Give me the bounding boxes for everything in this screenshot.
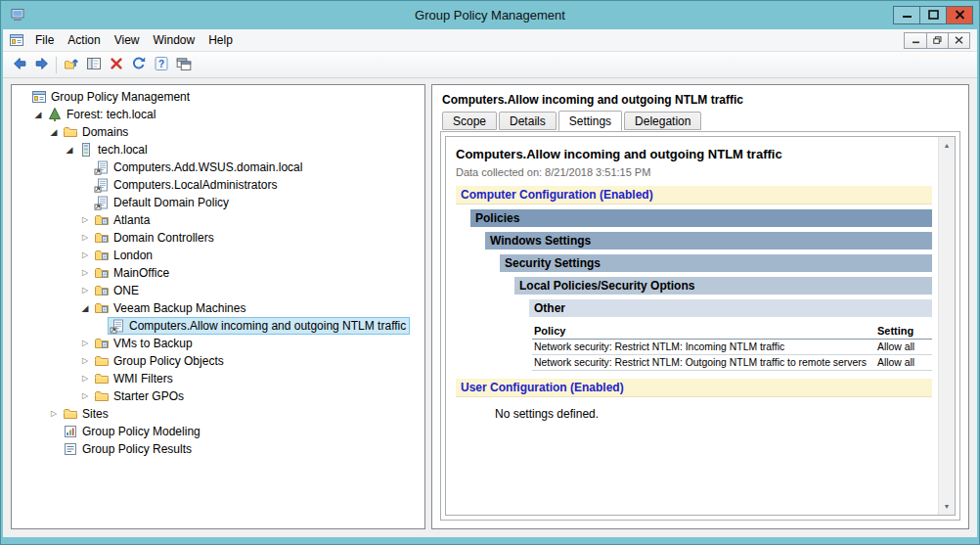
- tree-item[interactable]: Group Policy Results: [12, 440, 424, 458]
- tree-item[interactable]: Computers.LocalAdministrators: [12, 176, 424, 194]
- tree-item-content[interactable]: MainOffice: [92, 264, 173, 282]
- tree-item-content[interactable]: London: [92, 247, 156, 264]
- details-pane: Computers.Allow incoming and outgoing NT…: [431, 84, 969, 529]
- report-level-header[interactable]: Policies: [470, 209, 932, 227]
- tree-item[interactable]: ◢Forest: tech.local: [12, 106, 424, 123]
- tab-details[interactable]: Details: [499, 112, 557, 130]
- report-scrollbar[interactable]: ▲ ▼: [938, 137, 955, 515]
- tree-item[interactable]: ▷MainOffice: [12, 264, 424, 282]
- collapse-arrow-icon[interactable]: ◢: [31, 106, 45, 123]
- mdi-restore-button[interactable]: [926, 33, 948, 48]
- expand-arrow-icon[interactable]: ▷: [78, 352, 92, 370]
- delete-button[interactable]: [105, 54, 127, 76]
- new-window-button[interactable]: [172, 54, 195, 76]
- console-root-icon: [31, 89, 47, 105]
- titlebar[interactable]: Group Policy Management: [1, 1, 979, 29]
- tree-item[interactable]: ◢Domains: [12, 123, 424, 141]
- menu-item-help[interactable]: Help: [201, 30, 240, 50]
- tree-item-content[interactable]: Starter GPOs: [92, 387, 188, 405]
- menu-item-file[interactable]: File: [28, 30, 61, 50]
- forward-icon: [34, 56, 50, 74]
- tree-item[interactable]: ▷Atlanta: [12, 211, 424, 229]
- expand-arrow-icon[interactable]: ▷: [78, 335, 92, 352]
- tree-item-content[interactable]: Group Policy Results: [61, 440, 196, 458]
- expand-arrow-icon[interactable]: ▷: [47, 405, 61, 423]
- expand-arrow-icon[interactable]: ▷: [78, 211, 92, 229]
- tree-item-content[interactable]: WMI Filters: [92, 370, 177, 387]
- tree-item-content[interactable]: Computers.LocalAdministrators: [92, 176, 281, 194]
- no-settings-text: No settings defined.: [495, 407, 932, 421]
- tab-delegation[interactable]: Delegation: [624, 112, 701, 130]
- menu-item-view[interactable]: View: [108, 30, 147, 50]
- help-button[interactable]: ?: [150, 54, 172, 76]
- tree-item[interactable]: ▷Starter GPOs: [12, 387, 424, 405]
- tab-settings[interactable]: Settings: [558, 111, 622, 131]
- scroll-up-icon: ▲: [944, 142, 951, 149]
- tree-item[interactable]: ▷Domain Controllers: [12, 229, 424, 247]
- scroll-down-button[interactable]: ▼: [939, 498, 955, 515]
- scroll-up-button[interactable]: ▲: [939, 137, 955, 154]
- expand-arrow-icon[interactable]: ▷: [78, 247, 92, 264]
- menu-item-window[interactable]: Window: [147, 30, 202, 50]
- up-one-level-button[interactable]: [60, 54, 82, 76]
- tree-item-content[interactable]: Computers.Add.WSUS.domain.local: [92, 159, 306, 176]
- report-config-header[interactable]: Computer Configuration (Enabled): [456, 186, 932, 204]
- report-heading: Computers.Allow incoming and outgoing NT…: [456, 147, 932, 161]
- close-button[interactable]: [946, 6, 973, 24]
- menu-item-action[interactable]: Action: [61, 30, 107, 50]
- report-level-header[interactable]: Other: [529, 299, 932, 317]
- report-level-header[interactable]: Local Policies/Security Options: [514, 277, 932, 295]
- tree-item-content[interactable]: Atlanta: [92, 211, 154, 229]
- maximize-button[interactable]: [919, 6, 947, 24]
- settings-table: PolicySettingNetwork security: Restrict …: [532, 324, 932, 371]
- tree-item[interactable]: ▷VMs to Backup: [12, 335, 424, 352]
- mdi-minimize-button[interactable]: [905, 33, 926, 48]
- tree-item[interactable]: Computers.Allow incoming and outgoing NT…: [12, 317, 424, 335]
- tree-item-content[interactable]: tech.local: [76, 141, 152, 159]
- expand-arrow-icon[interactable]: ▷: [78, 229, 92, 247]
- tree-item-content[interactable]: Sites: [61, 405, 112, 423]
- minimize-button[interactable]: [893, 6, 920, 24]
- tree-item-content[interactable]: Group Policy Modeling: [61, 423, 204, 440]
- tree-item[interactable]: ▷London: [12, 247, 424, 264]
- ou-icon: [94, 248, 110, 263]
- tree-item-content[interactable]: Group Policy Management: [29, 88, 194, 106]
- back-button[interactable]: [8, 54, 30, 76]
- tab-scope[interactable]: Scope: [442, 112, 497, 130]
- tree-item-content[interactable]: Default Domain Policy: [92, 194, 233, 211]
- show-console-tree-button[interactable]: [82, 54, 105, 76]
- expand-arrow-icon[interactable]: ▷: [78, 282, 92, 299]
- tree-item-content[interactable]: Computers.Allow incoming and outgoing NT…: [108, 317, 410, 335]
- tree-item-content[interactable]: Group Policy Objects: [92, 352, 228, 370]
- report-level-header[interactable]: Windows Settings: [485, 232, 932, 250]
- tree-item[interactable]: ◢tech.local: [12, 141, 424, 159]
- report-level-header[interactable]: Security Settings: [500, 254, 932, 272]
- report-config-header[interactable]: User Configuration (Enabled): [456, 379, 932, 397]
- tree-item-label: Sites: [82, 405, 109, 423]
- refresh-button[interactable]: [127, 54, 150, 76]
- tree-item[interactable]: ▷WMI Filters: [12, 370, 424, 387]
- tree-item-content[interactable]: ONE: [92, 282, 143, 299]
- tree-item-label: ONE: [113, 282, 139, 299]
- collapse-arrow-icon[interactable]: ◢: [63, 141, 76, 159]
- expand-arrow-icon[interactable]: ▷: [78, 370, 92, 387]
- tree-item[interactable]: ▷Sites: [12, 405, 424, 423]
- tree-item-content[interactable]: VMs to Backup: [92, 335, 197, 352]
- tree-item-content[interactable]: Domain Controllers: [92, 229, 218, 247]
- collapse-arrow-icon[interactable]: ◢: [47, 123, 61, 141]
- tree-item[interactable]: Group Policy Management: [12, 88, 424, 106]
- mdi-close-button[interactable]: [948, 33, 969, 48]
- tree-item-content[interactable]: Forest: tech.local: [45, 106, 159, 123]
- tree-item[interactable]: Computers.Add.WSUS.domain.local: [12, 159, 424, 176]
- forward-button[interactable]: [30, 54, 53, 76]
- expand-arrow-icon[interactable]: ▷: [78, 264, 92, 282]
- tree-item[interactable]: Default Domain Policy: [12, 194, 424, 211]
- tree-item-content[interactable]: Veeam Backup Machines: [92, 299, 249, 317]
- tree-item[interactable]: ▷ONE: [12, 282, 424, 299]
- tree-item[interactable]: ▷Group Policy Objects: [12, 352, 424, 370]
- collapse-arrow-icon[interactable]: ◢: [78, 299, 92, 317]
- tree-item[interactable]: Group Policy Modeling: [12, 423, 424, 440]
- tree-item[interactable]: ◢Veeam Backup Machines: [12, 299, 424, 317]
- expand-arrow-icon[interactable]: ▷: [78, 387, 92, 405]
- tree-item-content[interactable]: Domains: [61, 123, 132, 141]
